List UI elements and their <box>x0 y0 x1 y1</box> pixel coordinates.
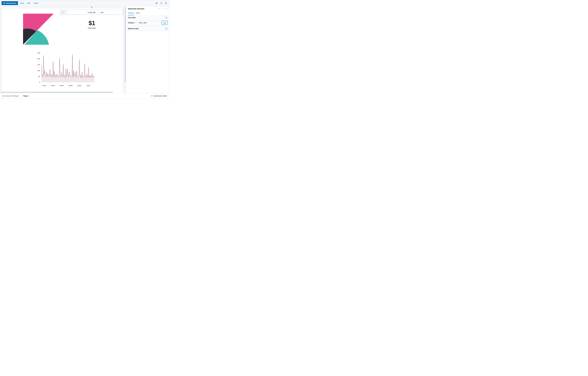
add-element-style-icon[interactable]: + <box>165 28 167 30</box>
code-icon <box>151 95 153 97</box>
toolbar: Add element View Edit Share <box>0 0 169 6</box>
send-backward-icon[interactable]: ﹀ <box>164 8 165 10</box>
timefilter-element[interactable]: ~ a day ago → now <box>61 10 123 15</box>
current-page-label[interactable]: Page 1 <box>23 95 29 97</box>
share-link[interactable]: Share <box>32 1 39 5</box>
chevron-down-icon <box>64 11 66 13</box>
sidepanel-tabs: Display Data <box>126 11 169 15</box>
view-link[interactable]: View <box>19 1 25 5</box>
svg-text:100: 100 <box>37 70 40 71</box>
horizontal-scrollbar[interactable] <box>1 92 113 93</box>
column-label: Column i <box>128 22 136 24</box>
timefilter-quickselect-button[interactable] <box>61 10 67 14</box>
metric-label: Total sales <box>80 27 104 29</box>
vertical-scrollbar[interactable] <box>125 7 126 83</box>
clock-icon <box>62 11 64 13</box>
footer: My Canvas Workpad 〈 Page 1 〉 Expression … <box>0 93 169 99</box>
fullscreen-icon[interactable] <box>164 1 168 5</box>
svg-text:04:00: 04:00 <box>69 85 73 86</box>
workpad-name[interactable]: My Canvas Workpad <box>2 95 19 97</box>
column-input[interactable] <box>137 21 160 25</box>
element-style-section-title: Element style <box>128 28 138 30</box>
section-element-style: Element style + <box>126 26 169 31</box>
edit-link[interactable]: Edit <box>26 1 32 5</box>
timefilter-to: now <box>100 11 104 13</box>
svg-text:00:00: 00:00 <box>60 85 64 86</box>
svg-text:0: 0 <box>39 81 40 83</box>
bring-to-front-icon[interactable]: ⤒ <box>159 8 160 10</box>
chart-element[interactable]: 05010015020025016:0020:0000:0004:0008:00… <box>34 52 95 88</box>
svg-text:50: 50 <box>38 75 40 77</box>
send-to-back-icon[interactable]: ⤓ <box>166 8 167 10</box>
add-element-button[interactable]: Add element <box>1 1 18 5</box>
kibana-logo <box>23 14 54 45</box>
timefilter-from: ~ a day ago <box>86 11 96 13</box>
svg-text:200: 200 <box>37 58 40 60</box>
svg-text:12:00: 12:00 <box>86 85 90 86</box>
side-panel: Selected element ⤒ ︿ ﹀ ⤓ Display Data Ti… <box>126 6 169 93</box>
set-button[interactable]: Set <box>162 21 167 24</box>
section-time-filter: Time filter + Column i Set ✕ <box>126 15 169 26</box>
next-page-button[interactable]: 〉 <box>30 95 32 97</box>
remove-column-icon[interactable]: ✕ <box>168 22 169 24</box>
info-icon[interactable]: i <box>135 22 136 23</box>
svg-rect-2 <box>165 2 167 4</box>
svg-text:08:00: 08:00 <box>77 85 81 86</box>
tab-display[interactable]: Display <box>128 11 134 15</box>
canvas-area[interactable]: ~ a day ago → now $1 Total sales 050 <box>0 6 126 93</box>
bring-forward-icon[interactable]: ︿ <box>161 8 162 10</box>
svg-text:16:00: 16:00 <box>42 85 46 86</box>
time-filter-section-title: Time filter <box>128 17 136 19</box>
add-time-filter-icon[interactable]: + <box>165 17 167 19</box>
svg-text:250: 250 <box>37 52 40 54</box>
page-pager: 〈 Page 1 〉 <box>20 95 32 97</box>
canvas-page[interactable]: ~ a day ago → now $1 Total sales 050 <box>2 8 123 93</box>
hide-edit-controls-icon[interactable] <box>155 1 158 5</box>
rotate-handle[interactable] <box>91 7 92 8</box>
arrow-right-icon: → <box>97 11 99 13</box>
plus-circle-icon <box>3 2 5 4</box>
refresh-icon[interactable] <box>159 1 163 5</box>
svg-text:150: 150 <box>37 64 40 65</box>
expression-editor-button[interactable]: Expression editor <box>151 95 167 97</box>
timefilter-range[interactable]: ~ a day ago → now <box>67 11 123 13</box>
metric-element[interactable]: $1 Total sales <box>80 20 104 29</box>
sidepanel-title: Selected element <box>128 8 158 10</box>
metric-value: $1 <box>80 20 104 27</box>
add-element-label: Add element <box>6 2 16 4</box>
prev-page-button[interactable]: 〈 <box>20 95 22 97</box>
tab-data[interactable]: Data <box>136 11 140 15</box>
svg-text:20:00: 20:00 <box>51 85 55 86</box>
